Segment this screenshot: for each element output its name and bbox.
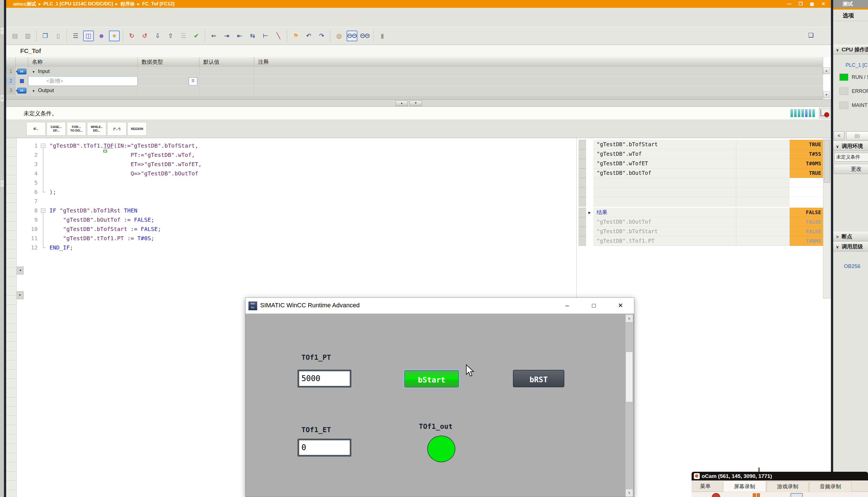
expand-triangle-icon[interactable]: ▼ — [32, 89, 35, 93]
chevron-right-icon[interactable]: > — [833, 232, 842, 241]
user-blocks-icon[interactable]: ☻ — [96, 31, 107, 41]
find-replace-icon[interactable]: ◎ — [334, 31, 344, 41]
dock-collapse-arrow[interactable]: ‹ — [0, 27, 4, 35]
watch-row[interactable]: "gTestDB".wTofETT#0MS — [579, 159, 823, 168]
splitter-collapse-down-icon[interactable]: ▼ — [410, 100, 422, 106]
ocam-menu-label[interactable]: 菜单 — [700, 483, 711, 490]
watch-operand-name[interactable] — [593, 197, 736, 207]
call-condition-box[interactable]: 未定义条件 — [834, 153, 868, 162]
compile-icon[interactable]: ↻ — [126, 31, 137, 41]
section-breakpoints[interactable]: >断点 — [833, 232, 868, 241]
bookmark-icon[interactable]: ⚑ — [290, 31, 301, 41]
wincc-runtime-window[interactable]: WinRA SIMATIC WinCC Runtime Advanced – □… — [245, 297, 634, 497]
code-text[interactable]: ); — [50, 187, 56, 197]
watch-monitor-value[interactable] — [790, 187, 823, 197]
watch-monitor-value[interactable]: FALSE — [790, 208, 823, 217]
snippet-button[interactable]: (*...*) — [107, 122, 126, 136]
insert-indent-icon[interactable]: ⇥ — [221, 31, 232, 41]
format-source-icon[interactable]: ⇆ — [247, 31, 258, 41]
breadcrumb-item[interactable]: FC_Tof [FC12] — [140, 1, 177, 7]
maximize-editor-icon[interactable]: ◫ — [83, 31, 94, 41]
scroll-up-icon[interactable]: ▲ — [823, 67, 830, 74]
watch-operand-name[interactable] — [593, 178, 736, 187]
watch-row[interactable]: "gTestDB".bOutTofTRUE — [579, 168, 823, 178]
change-button[interactable]: 更改 — [834, 164, 868, 174]
watch-operand-name[interactable]: "gTestDB".tTof1.PT — [593, 236, 736, 246]
monitor-icon[interactable] — [790, 493, 803, 497]
row-name-output[interactable]: ▼Output — [28, 86, 138, 96]
scroll-thumb[interactable] — [625, 352, 633, 402]
snippet-button[interactable]: IF... — [26, 122, 45, 136]
clear-formatting-icon[interactable]: ╲ — [273, 31, 284, 41]
section-call-environment[interactable]: ∨调用环境 — [833, 141, 868, 151]
watch-row[interactable]: "gTestDB".bTofStartTRUE — [579, 140, 823, 149]
brst-button[interactable]: bRST — [513, 370, 564, 387]
code-text[interactable]: PT:="gTestDB".wTof, — [50, 151, 195, 160]
wincc-scrollbar[interactable]: ∧ ∨ — [625, 314, 633, 497]
watch-monitor-value[interactable]: T#0MS — [790, 236, 823, 246]
scroll-up-icon[interactable]: ∧ — [625, 315, 633, 323]
watch-row[interactable] — [579, 187, 823, 197]
remove-indent-icon[interactable]: ⇤ — [234, 31, 245, 41]
minimize-icon[interactable]: — — [787, 0, 791, 8]
watch-operand-name[interactable]: "gTestDB".bTofStart — [593, 227, 736, 236]
code-text[interactable]: "gTestDB".bOutTof := FALSE; — [50, 215, 154, 225]
upload-from-device-icon[interactable]: ⇧ — [165, 31, 176, 41]
section-call-hierarchy[interactable]: ∨调用层级 — [833, 242, 868, 252]
insert-column-icon[interactable]: ▥ — [23, 31, 33, 41]
watch-row[interactable]: "gTestDB".tTof1.PTT#0MS — [579, 236, 823, 246]
next-bookmark-icon[interactable]: ↷ — [316, 31, 327, 41]
watch-monitor-value[interactable]: T#5S — [790, 149, 823, 159]
monitor-snapshot-icon[interactable]: ΘΘ — [360, 31, 370, 41]
pause-icon[interactable] — [753, 493, 760, 497]
column-header[interactable]: 注释 — [254, 57, 823, 67]
snippet-button[interactable]: WHILE..DO... — [87, 122, 106, 136]
watch-row[interactable] — [579, 178, 823, 187]
watch-row[interactable] — [579, 197, 823, 207]
ocam-tab-item[interactable]: 音频录制 — [809, 481, 851, 492]
breadcrumb-item[interactable]: wincc测试 — [11, 1, 39, 7]
watch-row[interactable]: "gTestDB".bOutTofFALSE — [579, 217, 823, 227]
code-text[interactable]: "gTestDB".bTofStart := FALSE; — [50, 225, 161, 234]
insert-row-icon[interactable]: ▤ — [10, 31, 20, 41]
watch-operand-name[interactable]: "gTestDB".bTofStart — [593, 140, 736, 149]
dock-handle[interactable]: ≡ — [0, 94, 4, 102]
expand-triangle-icon[interactable]: ▼ — [32, 70, 35, 73]
outline-view-icon[interactable]: ☰ — [70, 31, 81, 41]
watch-monitor-value[interactable]: FALSE — [790, 227, 823, 236]
table-row-output[interactable]: 3 ᴅɪ ▼Output — [6, 86, 823, 96]
previous-bookmark-icon[interactable]: ↶ — [303, 31, 314, 41]
column-display-icon[interactable] — [790, 109, 815, 117]
dock-collapse-arrow-2[interactable]: ‹ — [0, 180, 4, 187]
watch-row[interactable]: "gTestDB".bTofStartFALSE — [579, 227, 823, 236]
breakpoint-toggle-icon[interactable] — [819, 108, 830, 118]
datatype-dropdown-icon[interactable]: ☰ — [189, 77, 197, 86]
fold-minus-icon[interactable]: − — [41, 144, 45, 148]
wincc-title-bar[interactable]: WinRA SIMATIC WinCC Runtime Advanced – □… — [246, 298, 634, 314]
watch-monitor-value[interactable]: TRUE — [790, 140, 823, 149]
left-splitter-bar[interactable] — [4, 0, 6, 497]
chevron-down-icon[interactable]: ∨ — [833, 142, 842, 151]
table-scrollbar[interactable]: ▲ ▼ — [823, 57, 831, 99]
column-header[interactable]: 名称 — [28, 57, 138, 67]
code-text[interactable]: ET=>"gTestDB".wTofET, — [50, 160, 202, 169]
watch-monitor-value[interactable]: TRUE — [790, 168, 823, 178]
editor-scroll-thumb[interactable] — [824, 140, 830, 183]
absolute-operands-icon[interactable]: ⊢ — [260, 31, 271, 41]
watch-operand-name[interactable]: 结果 — [593, 208, 736, 217]
bstart-button[interactable]: bStart — [404, 370, 459, 387]
download-to-device-icon[interactable]: ⇩ — [152, 31, 163, 41]
editor-scrollbar[interactable] — [823, 139, 830, 299]
column-header[interactable]: 数据类型 — [138, 57, 199, 67]
maximize-icon[interactable]: ▣ — [810, 0, 814, 8]
open-block-icon[interactable]: ❐ — [40, 31, 51, 41]
hscroll-thumb[interactable]: |||| — [846, 131, 868, 140]
code-text[interactable]: "gTestDB".tTof1.TOF(IN:="gTestDB".bTofSt… — [50, 141, 198, 151]
watch-row[interactable]: ▶结果FALSE — [579, 208, 823, 217]
snippet-button[interactable]: CASE...OF... — [47, 122, 66, 136]
ocam-tab-active[interactable]: 屏幕录制 — [723, 480, 766, 492]
breadcrumb-item[interactable]: PLC_1 [CPU 1214C DC/DC/DC] — [41, 1, 116, 7]
power-module-icon[interactable]: ▮ — [377, 31, 388, 41]
ocam-title-bar[interactable]: oCam (561, 145, 3090, 1771) — [692, 472, 868, 480]
chevron-down-icon[interactable]: ∨ — [833, 242, 842, 252]
